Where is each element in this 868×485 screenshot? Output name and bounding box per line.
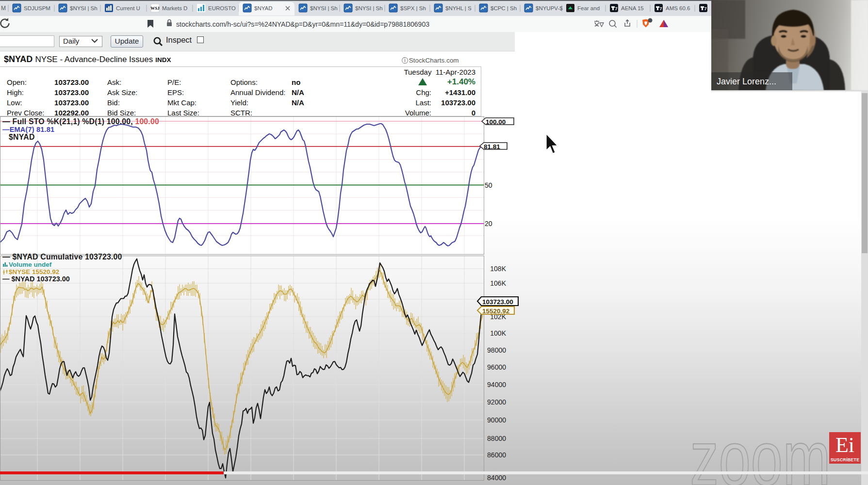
svg-text:$NYSI | Sh: $NYSI | Sh [70, 5, 98, 11]
svg-text:92000: 92000 [487, 398, 506, 406]
svg-text:EUROSTO: EUROSTO [208, 5, 236, 11]
svg-text:— $NYAD 103723.00: — $NYAD 103723.00 [2, 275, 70, 283]
svg-text:$NYSI | Sh: $NYSI | Sh [355, 5, 383, 11]
svg-text:98000: 98000 [487, 346, 506, 354]
svg-text:$NYAD: $NYAD [254, 5, 273, 11]
svg-text:— $NYAD Cumulative 103723.00: — $NYAD Cumulative 103723.00 [2, 253, 122, 261]
svg-text:$NYSI | Sh: $NYSI | Sh [310, 5, 338, 11]
svg-text:96000: 96000 [487, 363, 506, 371]
svg-text:$NYHL | S: $NYHL | S [445, 5, 472, 11]
svg-text:AENA 15: AENA 15 [621, 5, 644, 11]
svg-text:$NYSE 15520.92: $NYSE 15520.92 [9, 268, 59, 275]
svg-text:M: M [1, 5, 6, 12]
svg-text:90000: 90000 [487, 416, 506, 424]
svg-text:7: 7 [615, 6, 617, 11]
svg-text:zoom: zoom [690, 415, 831, 485]
svg-text:108K: 108K [490, 265, 506, 273]
svg-text:Fear and: Fear and [577, 5, 600, 11]
svg-text:— Full STO %K(21,1) %D(1) 100.: — Full STO %K(21,1) %D(1) 100.00, 100.00 [2, 117, 159, 126]
svg-text:88000: 88000 [487, 435, 506, 442]
svg-text:WSJ: WSJ [150, 6, 160, 11]
svg-text:AMS 60.6: AMS 60.6 [666, 5, 690, 11]
svg-text:81.81: 81.81 [484, 143, 500, 150]
svg-text:stockcharts.com/h-sc/ui?s=%24N: stockcharts.com/h-sc/ui?s=%24NYAD&p=D&yr… [176, 20, 429, 28]
svg-text:50: 50 [485, 181, 492, 189]
svg-text:100.00: 100.00 [486, 118, 506, 126]
svg-text:Volume undef: Volume undef [9, 261, 52, 268]
svg-text:86000: 86000 [487, 451, 506, 459]
svg-text:103723.00: 103723.00 [482, 298, 513, 306]
svg-text:—EMA(7) 81.81: —EMA(7) 81.81 [2, 126, 54, 133]
svg-text:15520.92: 15520.92 [482, 307, 509, 315]
svg-text:$NYAD: $NYAD [9, 133, 35, 141]
svg-text:$SPX | Sh: $SPX | Sh [400, 5, 426, 11]
svg-text:$NYUPV-$: $NYUPV-$ [536, 5, 563, 11]
svg-text:SDJUSPM: SDJUSPM [24, 5, 50, 11]
svg-text:94000: 94000 [487, 381, 506, 388]
svg-text:7: 7 [704, 6, 706, 11]
svg-text:84000: 84000 [487, 474, 506, 481]
svg-text:Current U: Current U [116, 5, 140, 11]
svg-text:Markets D: Markets D [162, 5, 187, 11]
svg-text:7: 7 [659, 6, 662, 11]
svg-text:20: 20 [485, 220, 492, 227]
svg-text:100K: 100K [490, 329, 506, 337]
svg-text:$CPC | Sh: $CPC | Sh [491, 5, 517, 11]
svg-text:106K: 106K [490, 279, 506, 287]
